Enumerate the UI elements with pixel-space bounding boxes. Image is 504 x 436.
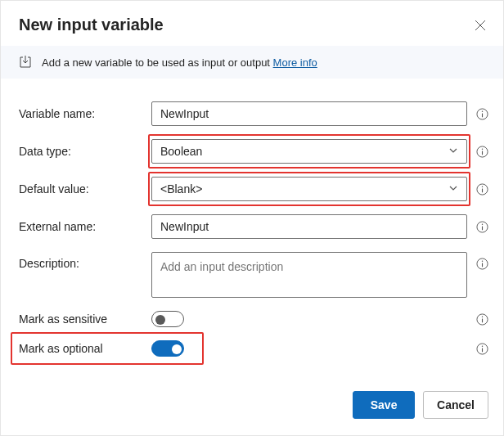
row-variable-name: Variable name: (19, 101, 488, 126)
variable-name-input[interactable] (151, 101, 467, 126)
default-value-select[interactable]: <Blank> (151, 177, 467, 201)
info-icon[interactable] (475, 312, 488, 326)
data-type-select[interactable]: Boolean (151, 139, 467, 164)
external-name-input[interactable] (151, 214, 467, 239)
row-mark-optional: Mark as optional (19, 340, 488, 357)
label-mark-optional: Mark as optional (19, 342, 151, 355)
chevron-down-icon (448, 182, 458, 196)
form-body: Variable name: Data type: Boolean (1, 79, 503, 378)
info-bar: Add a new variable to be used as input o… (1, 46, 503, 79)
row-default-value: Default value: <Blank> (19, 177, 488, 201)
toggle-knob (172, 344, 182, 354)
info-icon[interactable] (475, 107, 488, 120)
row-description: Description: (19, 252, 488, 298)
mark-optional-toggle[interactable] (151, 340, 184, 357)
mark-sensitive-toggle[interactable] (151, 311, 184, 327)
svg-point-7 (481, 223, 483, 225)
info-icon[interactable] (475, 220, 488, 233)
close-icon (475, 20, 486, 31)
label-data-type: Data type: (19, 145, 151, 158)
svg-point-1 (481, 110, 483, 112)
svg-point-3 (481, 148, 483, 150)
label-default-value: Default value: (19, 182, 151, 196)
svg-point-11 (481, 316, 483, 317)
label-mark-sensitive: Mark as sensitive (19, 312, 151, 326)
info-text: Add a new variable to be used as input o… (42, 56, 317, 69)
description-input[interactable] (151, 252, 467, 298)
new-input-variable-dialog: New input variable Add a new variable to… (0, 0, 504, 436)
more-info-link[interactable]: More info (273, 56, 317, 69)
chevron-down-icon (448, 144, 458, 159)
info-icon[interactable] (475, 145, 488, 158)
save-button[interactable]: Save (353, 391, 415, 419)
svg-point-13 (481, 345, 483, 347)
data-type-value: Boolean (160, 144, 202, 159)
info-icon[interactable] (475, 182, 488, 196)
import-icon (19, 56, 32, 69)
dialog-title: New input variable (19, 16, 164, 34)
info-icon[interactable] (475, 257, 488, 270)
svg-point-5 (481, 186, 483, 187)
default-value-value: <Blank> (160, 182, 202, 196)
dialog-header: New input variable (1, 1, 503, 46)
info-icon[interactable] (475, 342, 488, 355)
toggle-knob (155, 315, 165, 325)
svg-point-9 (481, 260, 483, 262)
close-button[interactable] (472, 17, 488, 34)
label-external-name: External name: (19, 220, 151, 233)
dialog-footer: Save Cancel (1, 378, 503, 435)
row-external-name: External name: (19, 214, 488, 239)
info-text-content: Add a new variable to be used as input o… (42, 56, 270, 69)
row-data-type: Data type: Boolean (19, 139, 488, 164)
cancel-button[interactable]: Cancel (423, 391, 488, 419)
row-mark-sensitive: Mark as sensitive (19, 311, 488, 327)
label-description: Description: (19, 252, 151, 270)
label-variable-name: Variable name: (19, 107, 151, 120)
